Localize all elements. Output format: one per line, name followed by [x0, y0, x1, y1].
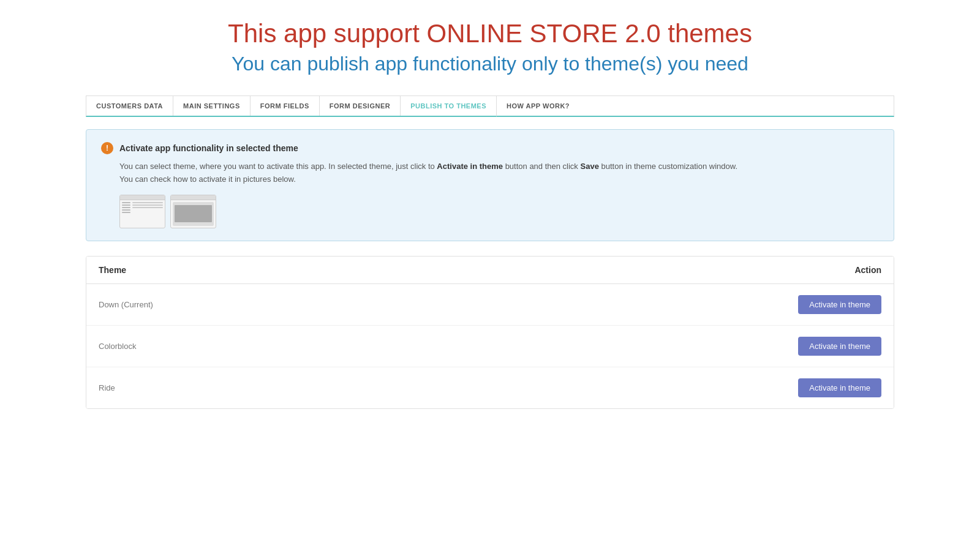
activate-theme-button-1[interactable]: Activate in theme — [798, 337, 881, 356]
tab-customers-data[interactable]: CUSTOMERS DATA — [86, 96, 173, 116]
tab-how-app-work[interactable]: HOW APP WORK? — [497, 96, 579, 116]
col-action: Action — [854, 265, 881, 275]
tab-form-fields[interactable]: FORM FIELDS — [251, 96, 320, 116]
thumbnail-1 — [119, 195, 165, 228]
activate-theme-button-2[interactable]: Activate in theme — [798, 378, 881, 397]
table-row: Colorblock Activate in theme — [86, 326, 894, 367]
table-header: Theme Action — [86, 257, 894, 284]
info-bold2: Save — [581, 162, 599, 171]
theme-name: Colorblock — [99, 342, 136, 351]
tabs-bar: CUSTOMERS DATA MAIN SETTINGS FORM FIELDS… — [86, 96, 894, 117]
thumbnail-gallery — [119, 195, 879, 228]
info-box-description: You can select theme, where you want to … — [119, 160, 879, 186]
tab-form-designer[interactable]: FORM DESIGNER — [320, 96, 401, 116]
theme-name: Down (Current) — [99, 300, 153, 309]
tab-publish-to-themes[interactable]: PUBLISH TO THEMES — [401, 96, 497, 117]
theme-name: Ride — [99, 383, 115, 392]
page-subtitle: You can publish app functionality only t… — [86, 51, 894, 77]
header-section: This app support ONLINE STORE 2.0 themes… — [86, 18, 894, 77]
table-row: Ride Activate in theme — [86, 367, 894, 408]
thumbnail-2 — [170, 195, 216, 228]
col-theme: Theme — [99, 265, 126, 275]
info-text-part1: You can select theme, where you want to … — [119, 162, 437, 171]
page-title: This app support ONLINE STORE 2.0 themes — [86, 18, 894, 49]
info-text-line2: You can check how to activate it in pict… — [119, 174, 296, 184]
info-box-title: Activate app functionality in selected t… — [119, 143, 298, 153]
activate-theme-button-0[interactable]: Activate in theme — [798, 295, 881, 314]
info-bold1: Activate in theme — [437, 162, 503, 171]
info-box-header: ! Activate app functionality in selected… — [101, 142, 879, 154]
info-box: ! Activate app functionality in selected… — [86, 129, 894, 241]
info-icon: ! — [101, 142, 113, 154]
themes-table: Theme Action Down (Current) Activate in … — [86, 256, 894, 409]
info-text-part3: button in theme customization window. — [599, 162, 737, 171]
tab-main-settings[interactable]: MAIN SETTINGS — [173, 96, 251, 116]
table-row: Down (Current) Activate in theme — [86, 284, 894, 326]
info-text-part2: button and then click — [503, 162, 580, 171]
